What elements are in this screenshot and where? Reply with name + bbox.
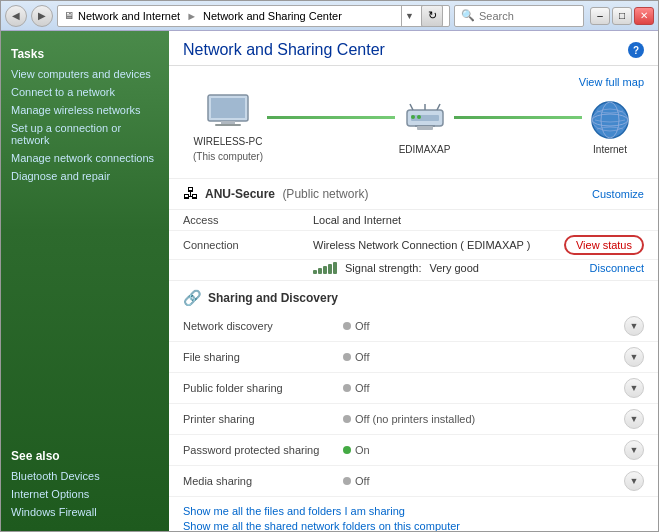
page-title: Network and Sharing Center [183,41,385,59]
back-button[interactable]: ◀ [5,5,27,27]
signal-row: Signal strength: Very good Disconnect [169,260,658,281]
internet-node: Internet [586,100,634,155]
address-part-1: Network and Internet [78,10,180,22]
sidebar-item-setup-connection[interactable]: Set up a connection or network [1,119,169,149]
sidebar-item-windows-firewall[interactable]: Windows Firewall [1,503,169,521]
signal-bar-5 [333,262,337,274]
chevron-btn-3[interactable]: ▼ [624,409,644,429]
footer-link-2[interactable]: Show me all the shared network folders o… [183,520,644,531]
sharing-row-0: Network discovery Off ▼ [169,311,658,342]
minimize-button[interactable]: – [590,7,610,25]
connection-row: Connection Wireless Network Connection (… [169,231,658,260]
svg-point-9 [411,115,415,119]
sharing-row-value-2: Off [343,382,624,394]
svg-rect-3 [215,124,241,126]
tasks-title: Tasks [1,41,169,65]
router-icon [401,100,449,140]
sharing-row-1: File sharing Off ▼ [169,342,658,373]
address-dropdown[interactable]: ▼ [401,5,417,27]
signal-value: Very good [429,262,479,274]
sharing-row-value-4: On [343,444,624,456]
network-diagram-container: View full map WIRELESS-P [169,66,658,179]
sharing-row-value-3: Off (no printers installed) [343,413,624,425]
svg-rect-12 [417,126,433,130]
sharing-row-5: Media sharing Off ▼ [169,466,658,497]
sharing-rows: Network discovery Off ▼ File sharing Off… [169,311,658,497]
pc-node: WIRELESS-PC (This computer) [193,92,263,162]
sharing-row-label-2: Public folder sharing [183,382,343,394]
router-node: EDIMAXAP [399,100,451,155]
address-icon: 🖥 [64,10,74,21]
chevron-btn-4[interactable]: ▼ [624,440,644,460]
router-svg [403,102,447,138]
svg-point-10 [417,115,421,119]
signal-info: Signal strength: Very good [313,262,590,274]
signal-bar-2 [318,268,322,274]
network-name-bar: 🖧 ANU-Secure (Public network) Customize [169,179,658,210]
pc-node-label: WIRELESS-PC [194,136,263,147]
access-row: Access Local and Internet [169,210,658,231]
signal-bars [313,262,337,274]
chevron-btn-1[interactable]: ▼ [624,347,644,367]
sharing-row-3: Printer sharing Off (no printers install… [169,404,658,435]
status-dot-0 [343,322,351,330]
search-icon: 🔍 [461,9,475,22]
main-window: ◀ ▶ 🖥 Network and Internet ► Network and… [0,0,659,532]
access-value: Local and Internet [313,214,644,226]
sharing-title: Sharing and Discovery [208,291,338,305]
connection-label: Connection [183,239,313,251]
line-2 [454,116,582,119]
sidebar-item-diagnose[interactable]: Diagnose and repair [1,167,169,185]
address-part-2: Network and Sharing Center [203,10,342,22]
svg-rect-1 [211,98,245,118]
address-bar[interactable]: 🖥 Network and Internet ► Network and Sha… [57,5,450,27]
chevron-btn-5[interactable]: ▼ [624,471,644,491]
sidebar-item-internet-options[interactable]: Internet Options [1,485,169,503]
help-button[interactable]: ? [628,42,644,58]
internet-icon [586,100,634,140]
internet-node-label: Internet [593,144,627,155]
refresh-button[interactable]: ↻ [421,5,443,27]
view-full-map-link[interactable]: View full map [579,76,644,88]
sharing-section-header: 🔗 Sharing and Discovery [169,281,658,311]
footer-link-1[interactable]: Show me all the files and folders I am s… [183,505,644,517]
svg-line-8 [437,104,440,110]
sidebar-item-manage-connections[interactable]: Manage network connections [1,149,169,167]
sharing-row-label-0: Network discovery [183,320,343,332]
chevron-btn-0[interactable]: ▼ [624,316,644,336]
customize-link[interactable]: Customize [592,188,644,200]
chevron-btn-2[interactable]: ▼ [624,378,644,398]
view-status-button[interactable]: View status [564,235,644,255]
maximize-button[interactable]: □ [612,7,632,25]
search-input[interactable] [479,10,559,22]
sharing-row-label-3: Printer sharing [183,413,343,425]
main-panel: Network and Sharing Center ? View full m… [169,31,658,531]
disconnect-link[interactable]: Disconnect [590,262,644,274]
status-dot-3 [343,415,351,423]
sidebar-item-manage-wireless[interactable]: Manage wireless networks [1,101,169,119]
search-box[interactable]: 🔍 [454,5,584,27]
svg-rect-5 [411,115,439,121]
network-type-icon: 🖧 [183,185,199,203]
pc-icon [204,92,252,132]
sidebar-item-bluetooth[interactable]: Bluetooth Devices [1,467,169,485]
forward-button[interactable]: ▶ [31,5,53,27]
router-node-label: EDIMAXAP [399,144,451,155]
see-also-title: See also [1,443,169,467]
sharing-row-label-4: Password protected sharing [183,444,343,456]
sharing-row-value-5: Off [343,475,624,487]
line-1 [267,116,395,119]
address-separator: ► [186,10,197,22]
sharing-row-2: Public folder sharing Off ▼ [169,373,658,404]
sidebar: Tasks View computers and devices Connect… [1,31,169,531]
sidebar-item-connect[interactable]: Connect to a network [1,83,169,101]
pc-node-sublabel: (This computer) [193,151,263,162]
access-label: Access [183,214,313,226]
main-header: Network and Sharing Center ? [169,31,658,66]
sidebar-item-view-computers[interactable]: View computers and devices [1,65,169,83]
close-button[interactable]: ✕ [634,7,654,25]
status-dot-5 [343,477,351,485]
sharing-row-label-1: File sharing [183,351,343,363]
footer-links: Show me all the files and folders I am s… [169,497,658,531]
connection-value: Wireless Network Connection ( EDIMAXAP ) [313,239,564,251]
